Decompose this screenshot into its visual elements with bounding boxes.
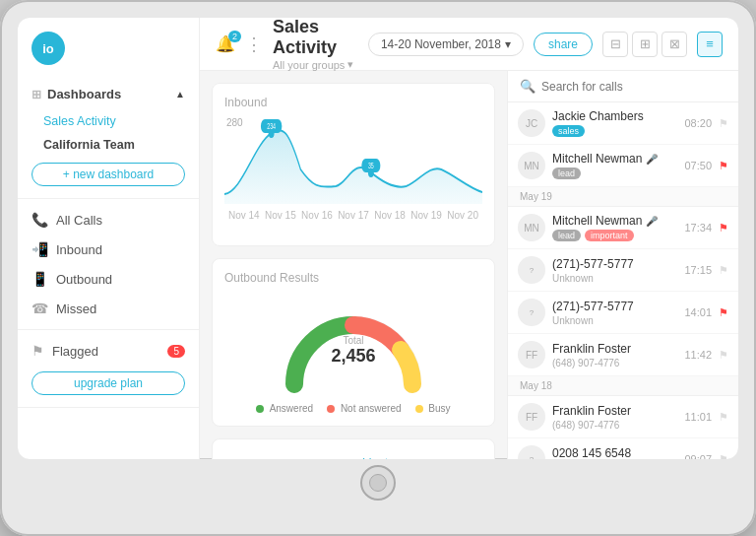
flagged-badge: 5 [167,345,185,358]
subtitle-chevron-icon: ▾ [347,58,353,71]
call-item[interactable]: FF Franklin Foster (648) 907-4776 11:01 … [508,396,738,438]
flag-icon[interactable]: ⚑ [719,453,728,460]
menu-dots-button[interactable]: ⋮ [245,34,263,55]
valley-label: 35 [368,160,374,170]
call-time: 09:07 [684,453,712,459]
call-info: Jackie Chambers sales [552,109,677,137]
x-label-3: Nov 17 [338,210,369,221]
call-item[interactable]: JC Jackie Chambers sales 08:20 ⚑ [508,102,738,145]
search-input[interactable] [541,80,726,94]
call-item[interactable]: ? (271)-577-5777 Unknown 17:15 ⚑ [508,249,738,292]
call-item[interactable]: ? (271)-577-5777 Unknown 14:01 ⚑ [508,292,738,334]
call-info: Mitchell Newman 🎤 lead important [552,214,677,241]
view-grid-button[interactable]: ⊞ [632,32,658,57]
right-panel: 🔍 JC Jackie Chambers sales [507,71,738,459]
sidebar-item-all-calls[interactable]: 📞 All Calls [18,205,199,234]
flag-icon[interactable]: ⚑ [719,117,728,130]
inbound-widget: Inbound 280 [212,83,495,246]
call-time: 07:50 [684,160,712,171]
sidebar-item-missed[interactable]: ☎ Missed [18,294,199,323]
call-time: 17:34 [684,222,712,234]
call-sub: sales [552,125,677,137]
avatar: JC [518,109,545,137]
call-name: Mitchell Newman 🎤 [552,214,677,228]
call-tag-lead: lead [552,230,581,241]
topbar: 🔔 2 ⋮ Sales Activity All your groups ▾ 1… [200,18,738,71]
call-name: Jackie Chambers [552,109,677,123]
new-widget-card[interactable]: + new widget [212,438,495,459]
avatar: ? [518,445,545,459]
legend-not-answered-label: Not answered [341,403,402,414]
x-label-6: Nov 20 [447,210,478,221]
view-large-button[interactable]: ⊠ [662,32,687,57]
call-info: Franklin Foster (648) 907-4776 [552,342,677,368]
legend-dot-busy [415,405,423,413]
share-button[interactable]: share [534,33,593,56]
view-list-button[interactable]: ⊟ [602,32,628,57]
avatar: FF [518,403,545,431]
call-item[interactable]: ? 0208 145 6548 Unknown 09:07 ⚑ [508,438,738,459]
flag-icon[interactable]: ⚑ [719,306,728,319]
flag-icon[interactable]: ⚑ [719,349,728,362]
groups-dropdown[interactable]: All your groups ▾ [273,58,358,71]
flag-icon: ⚑ [32,343,44,359]
new-dashboard-button[interactable]: + new dashboard [32,163,185,186]
page-title: Sales Activity [273,18,358,58]
content-area: Inbound 280 [200,71,738,459]
sidebar-item-sales-activity[interactable]: Sales Activity [18,109,199,133]
x-label-1: Nov 15 [265,210,296,221]
call-sub: Unknown [552,315,677,326]
call-sub: (648) 907-4776 [552,420,677,431]
view-toggle-group: ⊟ ⊞ ⊠ [602,32,687,57]
call-tag-important: important [585,230,634,241]
donut-legend: Answered Not answered Busy [224,403,482,414]
app-logo[interactable]: io [32,32,65,65]
call-name: 0208 145 6548 [552,446,677,460]
upgrade-plan-button[interactable]: upgrade plan [32,371,185,395]
call-item[interactable]: MN Mitchell Newman 🎤 lead 07:50 [508,145,738,187]
flag-icon[interactable]: ⚑ [719,222,728,234]
new-widget-label: + new widget [319,456,388,459]
nav-section: 📞 All Calls 📲 Inbound 📱 Outbound ☎ Misse… [18,199,199,330]
home-button[interactable] [360,465,396,501]
flag-icon[interactable]: ⚑ [719,411,728,424]
dashboards-label: Dashboards [47,87,121,101]
x-label-2: Nov 16 [301,210,333,221]
call-name: (271)-577-5777 [552,300,677,313]
flag-icon[interactable]: ⚑ [719,160,728,172]
call-time: 08:20 [684,117,712,129]
legend-dot-not-answered [327,405,335,413]
sidebar-item-flagged[interactable]: ⚑ Flagged 5 [18,336,199,366]
donut-label: Total 2,456 [331,335,375,367]
voicemail-icon: 🎤 [646,154,658,165]
call-item[interactable]: FF Franklin Foster (648) 907-4776 11:42 … [508,334,738,376]
avatar: MN [518,152,545,179]
sidebar-item-outbound[interactable]: 📱 Outbound [18,264,199,294]
chart-y-max: 280 [226,117,243,128]
call-info: Mitchell Newman 🎤 lead [552,152,677,179]
chevron-up-icon: ▲ [175,89,185,100]
call-sub: (648) 907-4776 [552,358,677,368]
sidebar-item-california-team[interactable]: California Team [18,133,199,157]
peak-label: 234 [267,120,276,131]
notification-bell[interactable]: 🔔 2 [216,34,235,53]
home-button-inner [369,474,387,492]
filter-button[interactable]: ≡ [697,32,723,57]
legend-not-answered: Not answered [327,403,401,414]
call-info: 0208 145 6548 Unknown [552,446,677,460]
dashboards-header[interactable]: ⊞ Dashboards ▲ [18,79,199,109]
x-label-5: Nov 19 [410,210,442,221]
search-bar: 🔍 [508,71,738,102]
inbound-chart-svg: 234 35 [224,115,482,204]
all-calls-label: All Calls [56,213,185,228]
flag-icon[interactable]: ⚑ [719,264,728,277]
date-range-selector[interactable]: 14-20 November, 2018 ▾ [368,33,524,56]
topbar-title-area: Sales Activity All your groups ▾ [273,18,358,71]
date-separator: May 19 [508,187,738,207]
call-item[interactable]: MN Mitchell Newman 🎤 lead important [508,207,738,249]
dashboards-section: ⊞ Dashboards ▲ Sales Activity California… [18,73,199,199]
missed-label: Missed [56,302,185,316]
inbound-label: Inbound [56,242,185,257]
sidebar-item-inbound[interactable]: 📲 Inbound [18,234,199,264]
sidebar: io ⊞ Dashboards ▲ Sales Activity Califor… [18,18,200,459]
